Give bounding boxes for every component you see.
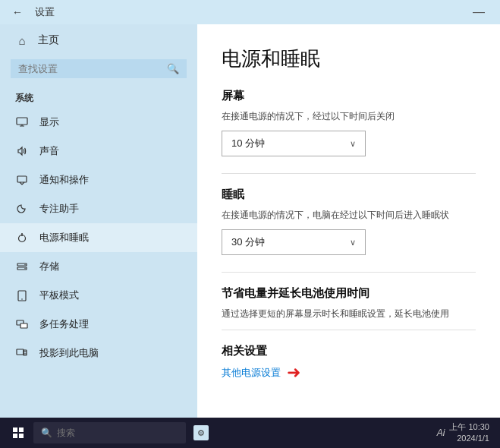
tablet-label: 平板模式 — [39, 289, 79, 302]
screen-section-desc: 在接通电源的情况下，经过以下时间后关闭 — [222, 109, 476, 123]
project-label: 投影到此电脑 — [39, 346, 99, 360]
svg-rect-0 — [17, 118, 27, 125]
storage-label: 存储 — [39, 260, 59, 273]
sidebar-section-label: 系统 — [0, 87, 197, 108]
sidebar-item-power[interactable]: 电源和睡眠 — [0, 223, 197, 252]
screen-dropdown[interactable]: 10 分钟 ∨ — [222, 131, 366, 156]
sidebar-search-box[interactable]: 🔍 — [11, 59, 187, 78]
related-link-row: 其他电源设置 ➜ — [222, 364, 476, 381]
screen-dropdown-row: 10 分钟 ∨ — [222, 131, 476, 156]
svg-rect-11 — [17, 349, 24, 355]
titlebar-title: 设置 — [35, 5, 55, 19]
sidebar-item-multitasking[interactable]: 多任务处理 — [0, 310, 197, 339]
svg-rect-12 — [24, 350, 27, 355]
tablet-icon — [15, 289, 29, 302]
display-label: 显示 — [39, 115, 59, 129]
svg-point-6 — [24, 268, 25, 269]
clock-time: 上午 10:30 — [449, 421, 489, 433]
minimize-button[interactable]: — — [465, 5, 492, 19]
notification-icon — [15, 173, 29, 187]
related-section: 相关设置 其他电源设置 ➜ — [222, 344, 476, 381]
content-area: 电源和睡眠 屏幕 在接通电源的情况下，经过以下时间后关闭 10 分钟 ∨ 睡眠 … — [197, 24, 500, 418]
svg-rect-1 — [17, 176, 27, 182]
notifications-label: 通知和操作 — [39, 173, 89, 187]
sidebar-item-project[interactable]: 投影到此电脑 — [0, 339, 197, 368]
svg-point-5 — [24, 264, 25, 265]
sidebar-item-sound[interactable]: 声音 — [0, 137, 197, 166]
taskbar-right: Ai 上午 10:30 2024/1/1 — [437, 421, 495, 445]
battery-section-desc: 通过选择更短的屏幕显示时长和睡眠设置，延长电池使用 — [222, 307, 476, 320]
search-icon: 🔍 — [167, 63, 179, 74]
other-power-settings-link[interactable]: 其他电源设置 — [222, 366, 281, 380]
main-layout: ⌂ 主页 🔍 系统 显示 声音 通知和操作 — [0, 24, 500, 418]
sidebar-item-home[interactable]: ⌂ 主页 — [0, 24, 197, 56]
taskbar: 🔍 ⚙ Ai 上午 10:30 2024/1/1 — [0, 418, 500, 448]
windows-icon — [13, 427, 24, 438]
sidebar-home-label: 主页 — [38, 33, 59, 47]
sleep-dropdown-row: 30 分钟 ∨ — [222, 229, 476, 255]
sidebar: ⌂ 主页 🔍 系统 显示 声音 通知和操作 — [0, 24, 197, 418]
svg-rect-10 — [20, 323, 27, 328]
screen-section-title: 屏幕 — [222, 89, 476, 103]
screen-dropdown-value: 10 分钟 — [231, 137, 265, 150]
settings-taskbar-icon: ⚙ — [193, 425, 209, 440]
clock-date: 2024/1/1 — [449, 433, 489, 444]
sound-icon — [15, 144, 29, 158]
moon-icon — [15, 202, 29, 216]
sidebar-item-tablet[interactable]: 平板模式 — [0, 281, 197, 310]
project-icon — [15, 346, 29, 360]
taskbar-search-input[interactable] — [57, 427, 178, 438]
sound-label: 声音 — [39, 144, 59, 158]
home-icon: ⌂ — [15, 33, 29, 47]
multitask-icon — [15, 317, 29, 331]
sidebar-item-display[interactable]: 显示 — [0, 108, 197, 137]
taskbar-settings-app[interactable]: ⚙ — [187, 419, 215, 446]
sidebar-item-storage[interactable]: 存储 — [0, 252, 197, 281]
titlebar: ← 设置 — — [0, 0, 500, 24]
sleep-section-desc: 在接通电源的情况下，电脑在经过以下时间后进入睡眠状 — [222, 208, 476, 222]
sleep-dropdown[interactable]: 30 分钟 ∨ — [222, 229, 366, 255]
related-section-title: 相关设置 — [222, 344, 476, 358]
divider-1 — [222, 173, 476, 174]
taskbar-search-box[interactable]: 🔍 — [33, 422, 186, 443]
divider-3 — [222, 330, 476, 330]
sidebar-item-focus[interactable]: 专注助手 — [0, 194, 197, 223]
power-label: 电源和睡眠 — [39, 231, 89, 245]
sleep-dropdown-value: 30 分钟 — [231, 235, 265, 249]
back-button[interactable]: ← — [8, 5, 27, 20]
sleep-section-title: 睡眠 — [222, 188, 476, 202]
start-button[interactable] — [5, 419, 32, 446]
sidebar-item-notifications[interactable]: 通知和操作 — [0, 166, 197, 194]
ai-label: Ai — [437, 427, 445, 438]
power-icon — [15, 231, 29, 245]
chevron-down-icon: ∨ — [350, 139, 356, 149]
display-icon — [15, 115, 29, 129]
storage-icon — [15, 260, 29, 273]
divider-2 — [222, 272, 476, 273]
chevron-down-icon-2: ∨ — [350, 238, 356, 248]
taskbar-clock: 上午 10:30 2024/1/1 — [449, 421, 489, 445]
multitasking-label: 多任务处理 — [39, 317, 89, 331]
search-input[interactable] — [18, 63, 162, 74]
page-title: 电源和睡眠 — [222, 46, 476, 72]
titlebar-left: ← 设置 — [8, 5, 55, 20]
arrow-icon: ➜ — [287, 364, 300, 381]
svg-point-8 — [21, 298, 23, 300]
focus-label: 专注助手 — [39, 202, 79, 216]
cortana-search-icon: 🔍 — [41, 427, 52, 438]
battery-section-title: 节省电量并延长电池使用时间 — [222, 286, 476, 301]
